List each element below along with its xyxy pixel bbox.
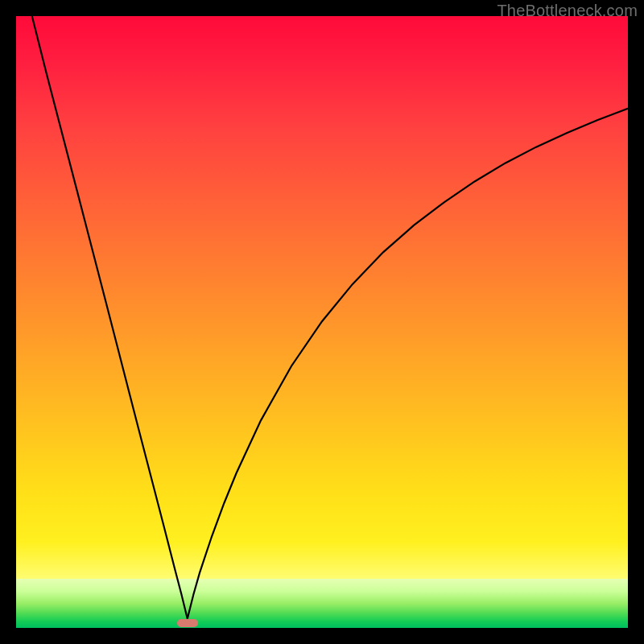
cusp-marker — [177, 619, 198, 627]
chart-plot-area — [16, 16, 628, 628]
bottleneck-curve — [16, 16, 628, 628]
watermark-text: TheBottleneck.com — [497, 2, 638, 20]
